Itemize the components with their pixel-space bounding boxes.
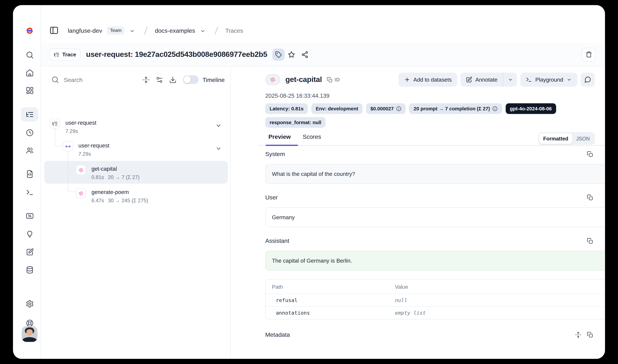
observation-title: get-capital [285, 75, 322, 84]
share-icon [301, 51, 309, 58]
view-settings-button[interactable] [153, 73, 166, 86]
playground-button[interactable]: Playground [520, 73, 578, 87]
breadcrumb-divider [215, 26, 218, 34]
pen-square-icon [466, 77, 472, 83]
download-button[interactable] [166, 73, 180, 86]
tracing-icon[interactable] [21, 107, 38, 121]
annotate-button[interactable]: Annotate [460, 73, 503, 87]
observation-tree-panel: Timeline user-request 7.29s [41, 66, 231, 359]
comments-button[interactable] [581, 73, 595, 87]
add-to-datasets-button[interactable]: Add to datasets [398, 73, 457, 87]
search-icon [51, 76, 59, 84]
chevron-down-icon[interactable] [200, 28, 206, 34]
tag-button[interactable] [272, 48, 285, 61]
system-section-header: System [265, 151, 593, 157]
search-nav-icon[interactable] [21, 48, 38, 62]
cost-badge[interactable]: $0.000027 [366, 103, 406, 114]
trace-title: user-request: 19e27ac025d543b008e9086977… [86, 50, 267, 59]
tab-preview[interactable]: Preview [269, 133, 291, 140]
datasets-icon[interactable] [21, 263, 38, 277]
annotation-icon[interactable] [21, 245, 38, 259]
output-table: Path Value refusal null annotations empt… [265, 279, 605, 319]
generation-node-icon [76, 188, 86, 198]
screen: langfuse-dev Team docs-examples Traces T… [0, 0, 618, 364]
playground-nav-icon[interactable] [21, 185, 38, 199]
table-row: refusal null [266, 294, 605, 306]
annotate-split-button: Annotate [460, 73, 517, 87]
active-tab-indicator [266, 145, 298, 146]
bookmark-star-button[interactable] [284, 48, 298, 61]
tree-connector [55, 129, 62, 146]
users-icon[interactable] [21, 143, 38, 157]
assistant-message-box: The capital of Germany is Berlin. [265, 251, 605, 271]
sessions-icon[interactable] [21, 125, 38, 140]
chevron-down-icon[interactable] [215, 145, 222, 152]
detail-tabs: Preview Scores Formatted JSON [258, 132, 605, 146]
home-icon[interactable] [21, 65, 38, 80]
fold-vertical-icon [142, 76, 150, 83]
breadcrumb-page[interactable]: Traces [225, 27, 243, 34]
trace-title-bar: Trace user-request: 19e27ac025d543b008e9… [41, 43, 605, 66]
copy-icon[interactable] [587, 331, 593, 338]
user-avatar[interactable] [22, 326, 37, 342]
format-switch: Formatted JSON [538, 132, 595, 145]
info-icon [396, 106, 401, 111]
copy-icon [327, 77, 333, 83]
tree-connector [68, 170, 75, 192]
tag-icon [275, 51, 282, 58]
tab-scores[interactable]: Scores [303, 133, 321, 140]
breadcrumb-environment[interactable]: docs-examples [155, 27, 195, 34]
assistant-section-header: Assistant [265, 237, 593, 244]
timeline-toggle[interactable] [183, 75, 199, 84]
chevron-down-icon[interactable] [129, 28, 135, 34]
span-node-icon [63, 141, 73, 151]
scores-icon[interactable] [21, 208, 38, 223]
annotate-dropdown-button[interactable] [503, 73, 517, 87]
search-input[interactable] [64, 76, 115, 83]
delete-trace-button[interactable] [582, 48, 596, 61]
copy-icon[interactable] [587, 237, 593, 244]
env-badge: Env: development [311, 103, 363, 114]
table-header-row: Path Value [266, 280, 605, 294]
metrics: 6.47s30 → 245 (Σ 275) [91, 198, 148, 204]
detail-header: get-capital ID Add to datasets [265, 72, 595, 88]
download-icon [169, 76, 177, 83]
metrics: 0.81s20 → 7 (Σ 27) [91, 174, 140, 180]
plus-icon [404, 77, 410, 83]
trace-node-icon [50, 118, 60, 129]
copy-icon[interactable] [587, 194, 593, 200]
collapse-all-button[interactable] [140, 73, 153, 86]
settings-icon[interactable] [21, 297, 38, 311]
token-usage-badge[interactable]: 20 prompt → 7 completion (Σ 27) [409, 103, 502, 114]
terminal-icon [526, 77, 532, 83]
metadata-section-header: Metadata [265, 331, 593, 338]
chevron-down-icon[interactable] [215, 122, 222, 129]
badge-row: response_format: null [265, 117, 326, 128]
dashboard-icon[interactable] [21, 83, 38, 97]
generation-node-icon [76, 165, 86, 175]
app-window: langfuse-dev Team docs-examples Traces T… [13, 5, 605, 359]
user-message-box: Germany [265, 208, 605, 227]
sidebar-toggle-icon[interactable] [49, 26, 59, 35]
trace-type-badge[interactable]: Trace [49, 48, 81, 61]
chat-bubble-icon [584, 76, 591, 83]
format-formatted-option[interactable]: Formatted [539, 133, 572, 144]
copy-id-button[interactable]: ID [327, 77, 340, 83]
star-icon [288, 51, 295, 58]
duration: 7.29s [65, 128, 78, 134]
share-button[interactable] [298, 48, 311, 61]
list-tree-icon [54, 52, 60, 57]
breadcrumb-divider [144, 26, 148, 34]
prompts-icon[interactable] [21, 167, 38, 181]
format-json-option[interactable]: JSON [572, 133, 594, 144]
breadcrumb: langfuse-dev Team docs-examples Traces [41, 5, 605, 43]
copy-icon[interactable] [587, 151, 593, 157]
breadcrumb-project[interactable]: langfuse-dev [68, 27, 102, 34]
tree-body: user-request 7.29s user-request 7.29s [41, 88, 230, 359]
main-area: langfuse-dev Team docs-examples Traces T… [41, 5, 605, 359]
insights-icon[interactable] [21, 227, 38, 241]
observation-timestamp: 2025-08-25 16:33:44.139 [265, 93, 329, 99]
unfold-vertical-icon[interactable] [575, 331, 581, 338]
model-badge[interactable]: gpt-4o-2024-08-06 [505, 103, 556, 114]
langfuse-logo-icon[interactable] [25, 26, 34, 35]
